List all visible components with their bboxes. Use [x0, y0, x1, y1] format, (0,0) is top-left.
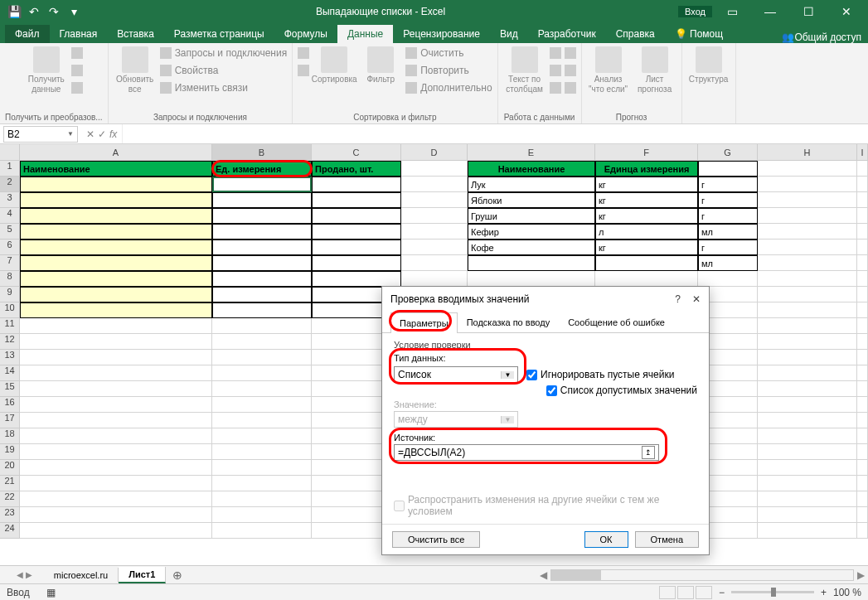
tab-home[interactable]: Главная [50, 25, 108, 43]
row-header-11[interactable]: 11 [0, 318, 20, 334]
cell-B6[interactable] [212, 240, 312, 255]
cell-C7[interactable] [312, 255, 401, 271]
cell-E7[interactable] [468, 255, 595, 271]
cell-H8[interactable] [758, 271, 857, 287]
row-header-24[interactable]: 24 [0, 523, 20, 539]
dialog-help-icon[interactable]: ? [675, 293, 681, 305]
cell-H22[interactable] [758, 491, 857, 507]
cell-B10[interactable] [212, 302, 312, 318]
cell-H23[interactable] [758, 507, 857, 523]
tab-insert[interactable]: Вставка [107, 25, 164, 43]
dt6[interactable] [565, 80, 576, 96]
cell-A11[interactable] [20, 318, 212, 334]
page-break-button[interactable] [696, 586, 712, 599]
cell-D1[interactable] [401, 161, 468, 177]
cell-B1[interactable]: Ед. измерения [212, 161, 312, 177]
reapply-filter[interactable]: Повторить [405, 62, 492, 79]
cell-B19[interactable] [212, 444, 312, 460]
zoom-value[interactable]: 100 % [833, 587, 861, 598]
cell-B22[interactable] [212, 491, 312, 507]
properties[interactable]: Свойства [160, 62, 288, 79]
cell-A6[interactable] [20, 240, 212, 255]
cell-H14[interactable] [758, 365, 857, 381]
cell-D2[interactable] [401, 177, 468, 192]
cell-G2[interactable]: г [698, 177, 758, 192]
share-button[interactable]: 👥 Общий доступ [782, 31, 868, 43]
sort-desc[interactable] [298, 62, 309, 79]
cell-H12[interactable] [758, 334, 857, 350]
cell-H24[interactable] [758, 523, 857, 539]
row-header-7[interactable]: 7 [0, 255, 20, 271]
cell-I17[interactable] [857, 413, 868, 428]
horizontal-scrollbar[interactable]: ◀ ▶ [536, 569, 868, 581]
row-header-1[interactable]: 1 [0, 161, 20, 177]
in-cell-dropdown-checkbox[interactable]: Список допустимых значений [546, 385, 697, 396]
cell-F4[interactable]: кг [595, 208, 698, 224]
cell-I3[interactable] [857, 192, 868, 208]
tab-layout[interactable]: Разметка страницы [164, 25, 274, 43]
dialog-tab-settings[interactable]: Параметры [390, 312, 458, 333]
fx-icon[interactable]: fx [109, 128, 117, 140]
row-header-21[interactable]: 21 [0, 476, 20, 491]
cell-I8[interactable] [857, 271, 868, 287]
forecast-sheet-button[interactable]: Лист прогноза [633, 45, 676, 96]
cell-I18[interactable] [857, 428, 868, 444]
cell-I4[interactable] [857, 208, 868, 224]
cell-I16[interactable] [857, 397, 868, 413]
row-header-3[interactable]: 3 [0, 192, 20, 208]
row-header-22[interactable]: 22 [0, 491, 20, 507]
save-icon[interactable]: 💾 [5, 2, 23, 21]
cell-I20[interactable] [857, 460, 868, 476]
row-header-8[interactable]: 8 [0, 271, 20, 287]
cell-F1[interactable]: Единца измерения [595, 161, 698, 177]
cell-I13[interactable] [857, 350, 868, 365]
cancel-formula-icon[interactable]: ✕ [86, 128, 95, 140]
cell-B21[interactable] [212, 476, 312, 491]
dialog-tab-input[interactable]: Подсказка по вводу [458, 312, 560, 332]
tab-view[interactable]: Вид [490, 25, 528, 43]
cell-A8[interactable] [20, 271, 212, 287]
cell-B16[interactable] [212, 397, 312, 413]
cell-D4[interactable] [401, 208, 468, 224]
tab-formulas[interactable]: Формулы [274, 25, 337, 43]
row-header-17[interactable]: 17 [0, 413, 20, 428]
cell-I11[interactable] [857, 318, 868, 334]
cell-C8[interactable] [312, 271, 401, 287]
name-box-dropdown-icon[interactable]: ▼ [67, 130, 74, 138]
cell-F5[interactable]: л [595, 224, 698, 240]
tab-data[interactable]: Данные [337, 25, 393, 43]
cancel-button[interactable]: Отмена [635, 531, 699, 548]
col-header-C[interactable]: C [312, 144, 401, 161]
cell-D6[interactable] [401, 240, 468, 255]
row-header-23[interactable]: 23 [0, 507, 20, 523]
cell-G6[interactable]: г [698, 240, 758, 255]
ignore-blank-checkbox[interactable]: Игнорировать пустые ячейки [526, 369, 674, 380]
ext3[interactable] [71, 80, 83, 96]
zoom-in-button[interactable]: + [821, 587, 827, 598]
cell-F7[interactable] [595, 255, 698, 271]
sheet-tab-2[interactable]: Лист1 [119, 567, 166, 583]
cell-B5[interactable] [212, 224, 312, 240]
cell-B12[interactable] [212, 334, 312, 350]
tab-developer[interactable]: Разработчик [528, 25, 606, 43]
cell-B2[interactable] [212, 177, 312, 192]
cell-H17[interactable] [758, 413, 857, 428]
advanced-filter[interactable]: Дополнительно [405, 80, 492, 96]
cell-A17[interactable] [20, 413, 212, 428]
cell-B15[interactable] [212, 381, 312, 397]
cell-A21[interactable] [20, 476, 212, 491]
edit-links[interactable]: Изменить связи [160, 80, 288, 96]
dt4[interactable] [565, 45, 576, 61]
col-header-F[interactable]: F [595, 144, 698, 161]
ok-button[interactable]: ОК [584, 531, 628, 548]
cell-A7[interactable] [20, 255, 212, 271]
cell-A15[interactable] [20, 381, 212, 397]
dt2[interactable] [550, 62, 561, 79]
cell-C3[interactable] [312, 192, 401, 208]
sheet-nav[interactable]: ◀ ▶ [17, 570, 44, 579]
sheet-tab-1[interactable]: microexcel.ru [44, 568, 119, 583]
cell-G7[interactable]: мл [698, 255, 758, 271]
cell-H15[interactable] [758, 381, 857, 397]
cell-E8[interactable] [468, 271, 595, 287]
col-header-A[interactable]: A [20, 144, 212, 161]
